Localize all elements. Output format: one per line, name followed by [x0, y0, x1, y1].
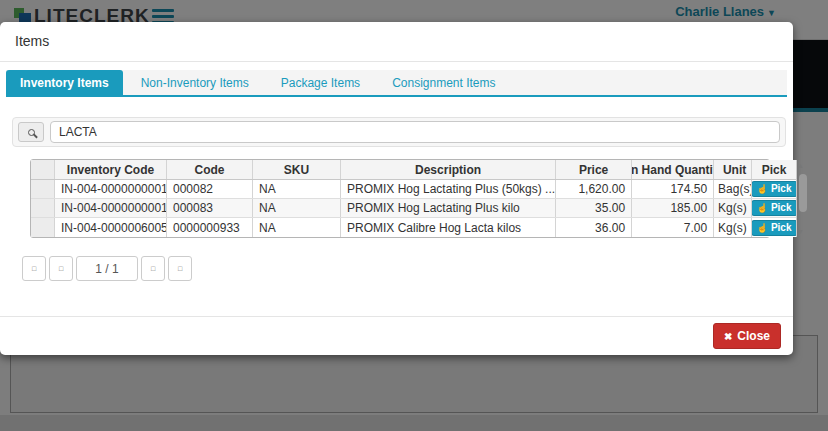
cell-price: 35.00 — [556, 199, 632, 217]
pick-button[interactable]: ☝Pick — [752, 200, 796, 216]
col-code: Code — [167, 160, 253, 179]
tab-consignment-items[interactable]: Consignment Items — [378, 70, 509, 95]
cell-pick: ☝Pick — [752, 199, 796, 217]
cell-sku: NA — [253, 199, 341, 217]
pick-button[interactable]: ☝Pick — [752, 181, 796, 197]
cell-pick: ☝Pick — [752, 180, 796, 198]
col-sku: SKU — [253, 160, 341, 179]
cell-on-hand-quantity: 7.00 — [632, 218, 714, 237]
col-unit: Unit — [714, 160, 752, 179]
search-bar — [12, 117, 786, 147]
col-description: Description — [341, 160, 556, 179]
tab-bar: Inventory Items Non-Inventory Items Pack… — [6, 70, 787, 97]
cell-unit: Bag(s) — [714, 180, 752, 198]
search-button[interactable] — [18, 122, 44, 142]
page-indicator: 1 / 1 — [76, 256, 138, 281]
col-price: Price — [556, 160, 632, 179]
items-modal: Items Inventory Items Non-Inventory Item… — [0, 22, 793, 355]
cell-price: 36.00 — [556, 218, 632, 237]
table-scrollbar[interactable]: ▲ ▼ — [796, 160, 797, 237]
col-inventory-code: Inventory Code — [55, 160, 167, 179]
first-page-icon: □ — [32, 265, 36, 272]
row-selector[interactable] — [31, 218, 55, 237]
hand-pick-icon: ☝ — [757, 222, 768, 234]
table-row[interactable]: IN-004-0000006005 0000000933 NA PROMIX C… — [31, 218, 796, 237]
cell-code: 000083 — [167, 199, 253, 217]
prev-page-button[interactable]: □ — [49, 256, 73, 281]
prev-page-icon: □ — [59, 265, 63, 272]
tab-package-items[interactable]: Package Items — [267, 70, 374, 95]
pick-button[interactable]: ☝Pick — [752, 220, 796, 236]
cell-on-hand-quantity: 185.00 — [632, 199, 714, 217]
cell-sku: NA — [253, 180, 341, 198]
tab-non-inventory-items[interactable]: Non-Inventory Items — [127, 70, 263, 95]
cell-inventory-code: IN-004-0000000001 — [55, 180, 167, 198]
next-page-icon: □ — [151, 265, 155, 272]
modal-title: Items — [15, 33, 49, 49]
scrollbar-thumb[interactable] — [799, 174, 807, 212]
cell-unit: Kg(s) — [714, 218, 752, 237]
table-header-row: Inventory Code Code SKU Description Pric… — [31, 160, 796, 180]
table-body: Inventory Code Code SKU Description Pric… — [31, 160, 796, 237]
col-on-hand-quantity: On Hand Quantity — [632, 160, 714, 179]
cell-sku: NA — [253, 218, 341, 237]
screen: LITECLERK Charlie Llanes▼ Term 30 Days ▼… — [0, 0, 828, 431]
table-row[interactable]: IN-004-0000000001 000082 NA PROMIX Hog L… — [31, 180, 796, 199]
first-page-button[interactable]: □ — [22, 256, 46, 281]
cell-description: PROMIX Calibre Hog Lacta kilos — [341, 218, 556, 237]
modal-footer: ✖Close — [0, 316, 793, 355]
close-button[interactable]: ✖Close — [713, 323, 781, 349]
cell-price: 1,620.00 — [556, 180, 632, 198]
close-label: Close — [737, 329, 770, 343]
cell-inventory-code: IN-004-0000000001 — [55, 199, 167, 217]
cell-code: 0000000933 — [167, 218, 253, 237]
row-selector[interactable] — [31, 180, 55, 198]
cell-unit: Kg(s) — [714, 199, 752, 217]
table-row[interactable]: IN-004-0000000001 000083 NA PROMIX Hog L… — [31, 199, 796, 218]
col-pick: Pick — [752, 160, 796, 179]
row-selector[interactable] — [31, 199, 55, 217]
next-page-button[interactable]: □ — [141, 256, 165, 281]
search-input[interactable] — [50, 121, 780, 143]
hand-pick-icon: ☝ — [757, 183, 768, 195]
cell-pick: ☝Pick — [752, 218, 796, 237]
tab-inventory-items[interactable]: Inventory Items — [6, 70, 123, 95]
last-page-button[interactable]: □ — [168, 256, 192, 281]
search-icon — [28, 129, 35, 136]
items-table: Inventory Code Code SKU Description Pric… — [30, 159, 770, 238]
cell-inventory-code: IN-004-0000006005 — [55, 218, 167, 237]
hand-pick-icon: ☝ — [757, 202, 768, 214]
pagination: □ □ 1 / 1 □ □ — [22, 256, 192, 281]
select-column-header — [31, 160, 55, 179]
cell-description: PROMIX Hog Lactating Plus kilo — [341, 199, 556, 217]
cell-on-hand-quantity: 174.50 — [632, 180, 714, 198]
cell-description: PROMIX Hog Lactating Plus (50kgs) ... — [341, 180, 556, 198]
close-icon: ✖ — [724, 331, 732, 342]
cell-code: 000082 — [167, 180, 253, 198]
last-page-icon: □ — [178, 265, 182, 272]
modal-header: Items — [0, 22, 793, 62]
